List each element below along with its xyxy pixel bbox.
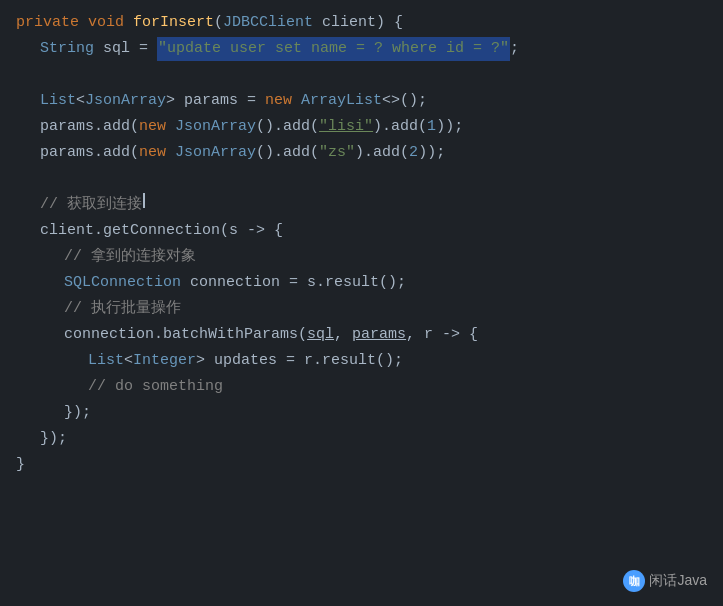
plain: ; xyxy=(510,37,519,61)
code-line-4: List<JsonArray> params = new ArrayList<>… xyxy=(0,88,723,114)
plain: }); xyxy=(40,427,67,451)
string-zs: "zs" xyxy=(319,141,355,165)
comment-batch: // 执行批量操作 xyxy=(64,297,181,321)
type-list: List xyxy=(40,89,76,113)
plain: client) { xyxy=(313,11,403,35)
comment-getconn: // 获取到连接 xyxy=(40,193,142,217)
keyword-new2: new xyxy=(139,141,175,165)
comment-dosomething: // do something xyxy=(88,375,223,399)
code-line-18: } xyxy=(0,452,723,478)
code-line-6: params.add(new JsonArray().add("zs").add… xyxy=(0,140,723,166)
code-line-2: String sql = "update user set name = ? w… xyxy=(0,36,723,62)
plain: ().add( xyxy=(256,115,319,139)
plain: > updates = r.result(); xyxy=(196,349,403,373)
number-1: 1 xyxy=(427,115,436,139)
plain: connection = s.result(); xyxy=(181,271,406,295)
param-type: JDBCClient xyxy=(223,11,313,35)
type-sqlconn: SQLConnection xyxy=(64,271,181,295)
string-sql: "update user set name = ? where id = ?" xyxy=(157,37,510,61)
plain: , r -> { xyxy=(406,323,478,347)
code-line-16: }); xyxy=(0,400,723,426)
paren: ( xyxy=(214,11,223,35)
var-params: params xyxy=(352,323,406,347)
code-line-17: }); xyxy=(0,426,723,452)
plain: , xyxy=(334,323,352,347)
keyword-new: new xyxy=(265,89,301,113)
method-name: forInsert xyxy=(133,11,214,35)
plain: )); xyxy=(436,115,463,139)
code-editor: private void forInsert(JDBCClient client… xyxy=(0,0,723,606)
code-line-14: List<Integer> updates = r.result(); xyxy=(0,348,723,374)
type-jsonarray3: JsonArray xyxy=(175,141,256,165)
plain: } xyxy=(16,453,25,477)
type-integer: Integer xyxy=(133,349,196,373)
type-jsonarray: JsonArray xyxy=(85,89,166,113)
plain: sql = xyxy=(94,37,157,61)
plain: ().add( xyxy=(256,141,319,165)
code-line-12: // 执行批量操作 xyxy=(0,296,723,322)
keyword-private: private xyxy=(16,11,88,35)
code-line-10: // 拿到的连接对象 xyxy=(0,244,723,270)
plain: < xyxy=(124,349,133,373)
plain: params.add( xyxy=(40,141,139,165)
plain: ).add( xyxy=(355,141,409,165)
comment-connobj: // 拿到的连接对象 xyxy=(64,245,196,269)
code-line-3 xyxy=(0,62,723,88)
code-line-5: params.add(new JsonArray().add("lisi").a… xyxy=(0,114,723,140)
var-sql: sql xyxy=(307,323,334,347)
plain: params.add( xyxy=(40,115,139,139)
code-line-1: private void forInsert(JDBCClient client… xyxy=(0,10,723,36)
code-line-11: SQLConnection connection = s.result(); xyxy=(0,270,723,296)
keyword-new: new xyxy=(139,115,175,139)
cursor xyxy=(143,193,145,208)
type-string: String xyxy=(40,37,94,61)
keyword-void: void xyxy=(88,11,133,35)
plain: < xyxy=(76,89,85,113)
plain: )); xyxy=(418,141,445,165)
plain: <>(); xyxy=(382,89,427,113)
plain: connection.batchWithParams( xyxy=(64,323,307,347)
code-line-8: // 获取到连接 xyxy=(0,192,723,218)
string-lisi: "lisi" xyxy=(319,115,373,139)
watermark-text: 闲话Java xyxy=(649,572,707,590)
type-jsonarray2: JsonArray xyxy=(175,115,256,139)
type-list2: List xyxy=(88,349,124,373)
number-2: 2 xyxy=(409,141,418,165)
code-line-7 xyxy=(0,166,723,192)
watermark-icon: 咖 xyxy=(623,570,645,592)
plain: ).add( xyxy=(373,115,427,139)
plain: }); xyxy=(64,401,91,425)
code-line-9: client.getConnection(s -> { xyxy=(0,218,723,244)
code-line-15: // do something xyxy=(0,374,723,400)
code-line-13: connection.batchWithParams(sql, params, … xyxy=(0,322,723,348)
type-arraylist: ArrayList xyxy=(301,89,382,113)
plain: client.getConnection(s -> { xyxy=(40,219,283,243)
plain: > params = xyxy=(166,89,265,113)
watermark: 咖 闲话Java xyxy=(623,570,707,592)
